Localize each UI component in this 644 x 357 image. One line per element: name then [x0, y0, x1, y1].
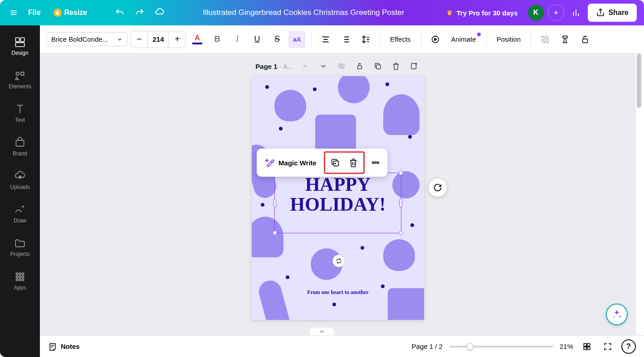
crown-icon: ♛ [54, 9, 62, 17]
add-page-button[interactable] [408, 60, 420, 72]
underline-button[interactable]: U [249, 31, 266, 48]
text-color-button[interactable]: A [189, 31, 206, 48]
sidebar-item-label: Uploads [10, 184, 30, 190]
spacing-button[interactable] [357, 31, 374, 48]
sidebar-item-design[interactable]: Design [0, 30, 40, 63]
position-button[interactable]: Position [492, 32, 525, 47]
bold-button[interactable]: B [209, 31, 226, 48]
file-button[interactable]: File [24, 6, 45, 19]
cookie-star[interactable] [338, 76, 370, 103]
resize-label: Resize [64, 9, 88, 17]
cookie-tree[interactable] [383, 94, 420, 135]
notes-button[interactable]: Notes [48, 342, 80, 351]
zoom-thumb[interactable] [466, 343, 473, 350]
sidebar-item-uploads[interactable]: Uploads [0, 164, 40, 197]
menu-icon[interactable] [7, 6, 20, 19]
scrollbar[interactable] [637, 53, 641, 108]
share-button[interactable]: Share [588, 4, 637, 22]
page-header: Page 1 - A... [40, 53, 636, 76]
lock-page-button[interactable] [353, 60, 366, 72]
highlighted-actions [324, 151, 365, 174]
notification-dot [477, 33, 481, 36]
page-up-button[interactable] [299, 60, 312, 72]
redo-button[interactable] [132, 5, 148, 21]
svg-rect-35 [584, 347, 586, 349]
lock-button[interactable] [576, 31, 594, 48]
copy-style-button[interactable] [556, 31, 574, 48]
poster-from-text[interactable]: From one heart to another [252, 289, 424, 296]
document-title[interactable]: Illustrated Gingerbread Cookies Christma… [171, 8, 435, 17]
page-label: Page 1 [255, 63, 277, 70]
svg-point-7 [22, 273, 24, 275]
resize-button[interactable]: ♛ Resize [49, 6, 92, 19]
sidebar-item-projects[interactable]: Projects [0, 231, 40, 264]
sidebar: Design Elements Text Brand Uploads Draw … [0, 25, 40, 357]
list-button[interactable] [337, 31, 354, 48]
poster-canvas[interactable]: WISHING YOU A VERY HAPPY HOLIDAY! From o… [252, 76, 424, 320]
italic-button[interactable]: I [229, 31, 246, 48]
animate-icon[interactable] [427, 31, 444, 48]
canvas-area[interactable]: Page 1 - A... [40, 53, 636, 335]
resize-handle[interactable] [273, 198, 276, 207]
svg-rect-17 [545, 36, 547, 38]
page-indicator: Page 1 / 2 [412, 343, 443, 350]
regenerate-button[interactable] [429, 178, 447, 197]
delete-page-button[interactable] [390, 60, 402, 72]
transparency-button[interactable] [537, 31, 554, 48]
sidebar-item-label: Apps [14, 285, 26, 291]
more-options-button[interactable] [366, 154, 385, 172]
sidebar-item-text[interactable]: Text [0, 97, 40, 130]
decrease-size-button[interactable]: − [131, 31, 147, 48]
sidebar-item-label: Text [15, 117, 25, 123]
svg-rect-21 [545, 39, 547, 41]
insights-icon[interactable] [568, 5, 584, 21]
sidebar-item-label: Elements [9, 83, 31, 90]
page-down-button[interactable] [317, 60, 330, 72]
magic-write-button[interactable]: Magic Write [259, 154, 322, 171]
font-size-input[interactable] [147, 31, 169, 48]
hide-page-button[interactable] [335, 60, 348, 72]
svg-rect-4 [16, 140, 24, 146]
sync-icon[interactable] [332, 255, 345, 267]
try-pro-button[interactable]: ♛ Try Pro for 30 days [439, 5, 524, 20]
sidebar-item-apps[interactable]: Apps [0, 265, 40, 297]
resize-handle[interactable] [399, 171, 403, 175]
sidebar-item-elements[interactable]: Elements [0, 63, 40, 96]
top-bar: File ♛ Resize Illustrated Gingerbread Co… [0, 0, 644, 25]
ai-assistant-button[interactable] [606, 304, 628, 325]
page-drawer-handle[interactable] [309, 327, 335, 335]
avatar[interactable]: K [528, 5, 544, 21]
zoom-slider[interactable] [449, 346, 553, 347]
strikethrough-button[interactable]: S [268, 31, 286, 48]
svg-rect-26 [357, 66, 361, 69]
cookie-bell[interactable] [383, 239, 415, 271]
animate-button[interactable]: Animate [447, 32, 481, 47]
delete-button[interactable] [344, 154, 362, 172]
svg-point-10 [22, 276, 24, 278]
align-button[interactable] [317, 31, 334, 48]
fullscreen-button[interactable] [600, 339, 615, 354]
duplicate-button[interactable] [326, 154, 344, 172]
help-button[interactable]: ? [621, 339, 636, 354]
increase-size-button[interactable]: + [169, 31, 185, 48]
svg-rect-24 [583, 39, 588, 43]
svg-point-3 [16, 72, 19, 75]
cookie-cane[interactable] [256, 278, 292, 320]
svg-rect-2 [15, 43, 24, 47]
resize-handle[interactable] [400, 198, 402, 207]
duplicate-page-button[interactable] [371, 60, 384, 72]
cookie-bell[interactable] [274, 90, 306, 121]
sidebar-item-brand[interactable]: Brand [0, 130, 40, 163]
cloud-sync-icon[interactable] [151, 5, 168, 21]
resize-handle[interactable] [399, 231, 403, 235]
effects-button[interactable]: Effects [385, 32, 415, 47]
font-select[interactable]: Brice BoldConde... [46, 32, 128, 46]
grid-view-button[interactable] [580, 339, 594, 354]
sidebar-item-draw[interactable]: Draw [0, 198, 40, 230]
svg-rect-22 [543, 41, 545, 43]
resize-handle[interactable] [273, 231, 277, 235]
text-case-button[interactable]: aA [288, 31, 306, 48]
undo-button[interactable] [112, 5, 128, 21]
selection-box[interactable] [274, 173, 401, 233]
add-member-button[interactable] [548, 5, 564, 21]
